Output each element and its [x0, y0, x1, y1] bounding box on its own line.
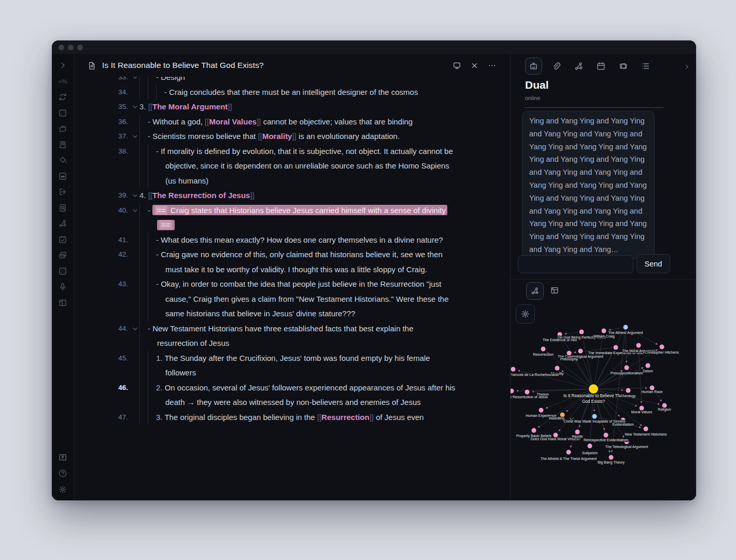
slides-icon[interactable]: [58, 250, 67, 260]
fold-chevron-icon[interactable]: [131, 321, 139, 351]
graph-view-icon[interactable]: [58, 219, 67, 228]
graph-center-label: Is It Reasonable to Believe ThatGod Exis…: [563, 394, 624, 404]
graph-node[interactable]: [609, 455, 614, 460]
svg-text:<%: <%: [59, 78, 67, 85]
editor-header: Is It Reasonable to Believe That God Exi…: [74, 54, 510, 77]
layout-sidebar-icon[interactable]: [58, 298, 67, 307]
assistant-status: online: [525, 95, 540, 101]
editor-line[interactable]: 45.1. The Sunday after the Crucifixion, …: [74, 351, 456, 381]
graph-tool-button[interactable]: [526, 282, 544, 300]
graph-node[interactable]: [578, 349, 583, 354]
graph-node[interactable]: [575, 430, 580, 435]
help-icon[interactable]: [58, 469, 67, 478]
indent-guide: [139, 247, 148, 277]
graph-node[interactable]: [579, 330, 584, 334]
editor-line[interactable]: 43.- Okay, in order to combat the idea t…: [74, 277, 456, 321]
editor-line[interactable]: 46.2. On occasion, several of Jesus' fol…: [74, 381, 456, 410]
graph-settings-button[interactable]: [516, 304, 535, 324]
editor-line[interactable]: 35.3. [[The Moral Argument]]: [74, 100, 456, 115]
paint-bucket-icon[interactable]: [58, 156, 67, 165]
graph-node[interactable]: [646, 363, 650, 368]
table-tool-button[interactable]: [550, 286, 559, 295]
send-button[interactable]: Send: [636, 254, 670, 273]
graph-node[interactable]: [614, 345, 618, 350]
settings-icon[interactable]: [58, 485, 67, 494]
wiki-link[interactable]: Morality: [262, 132, 292, 141]
graph-node[interactable]: [626, 388, 631, 393]
graph-node[interactable]: [644, 427, 648, 431]
fold-spacer: [131, 277, 139, 321]
editor-line[interactable]: 47.3. The original disciples began belie…: [74, 410, 456, 425]
graph-node[interactable]: [511, 389, 514, 394]
graph-node[interactable]: [511, 367, 516, 372]
app-window: <% Is It Reasonable to Believe That God …: [52, 40, 696, 500]
microphone-icon[interactable]: [58, 282, 67, 291]
graph-node[interactable]: [539, 408, 544, 413]
graph-node[interactable]: [589, 384, 598, 394]
wiki-link[interactable]: Moral Values: [209, 117, 257, 126]
editor-line[interactable]: 34.- Craig concludes that there must be …: [74, 85, 456, 100]
editor-line[interactable]: 44.- New Testament Historians have three…: [74, 321, 456, 351]
editor-line[interactable]: 37.- Scientists moreso believe that [[Mo…: [74, 129, 456, 144]
graph-node[interactable]: [604, 433, 608, 438]
fold-chevron-icon[interactable]: [131, 129, 139, 144]
close-note-icon[interactable]: [470, 61, 479, 70]
editor-line[interactable]: 40.- == Craig states that Historians bel…: [74, 203, 456, 233]
inbox-tray-icon[interactable]: [58, 140, 67, 149]
graph-node[interactable]: [588, 444, 592, 449]
random-note-icon[interactable]: [58, 108, 67, 118]
wiki-link[interactable]: The Resurrection of Jesus: [152, 191, 250, 200]
panel-tab-robot-icon[interactable]: [525, 58, 542, 75]
sync-icon[interactable]: [58, 92, 67, 102]
chevron-right-icon[interactable]: [58, 61, 67, 70]
cards-icon[interactable]: [58, 124, 67, 133]
panel-tab-bar: [525, 58, 654, 75]
calendar-check-icon[interactable]: [58, 235, 67, 244]
open-in-window-icon[interactable]: [452, 61, 461, 70]
chat-input[interactable]: [518, 255, 633, 273]
code-template-icon[interactable]: <%: [58, 77, 67, 86]
traffic-light-minimize[interactable]: [68, 45, 74, 50]
knowledge-graph[interactable]: The Existence of HellOn God Being Perfec…: [511, 321, 696, 473]
panel-tab-calendar-icon[interactable]: [593, 58, 609, 74]
editor-line[interactable]: 41.- What does this mean exactly? How do…: [74, 233, 456, 248]
fold-spacer: [131, 85, 139, 100]
graph-node[interactable]: [660, 345, 664, 349]
graph-node[interactable]: [602, 329, 606, 333]
graph-node[interactable]: [541, 347, 546, 352]
indent-guide: [148, 410, 156, 425]
traffic-light-zoom[interactable]: [77, 45, 83, 50]
graph-node[interactable]: [555, 366, 560, 371]
panel-tab-link-icon[interactable]: [548, 58, 564, 74]
graph-node-label: The Resurrection of Jesus: [511, 395, 548, 399]
graph-node[interactable]: [636, 343, 641, 348]
vault-icon[interactable]: [58, 453, 67, 462]
fold-chevron-icon[interactable]: [131, 188, 139, 203]
document-search-icon[interactable]: [58, 203, 67, 213]
panel-tab-list-icon[interactable]: [638, 58, 654, 74]
graph-node[interactable]: [624, 325, 628, 330]
editor-line[interactable]: 39.4. [[The Resurrection of Jesus]]: [74, 188, 456, 203]
graph-node[interactable]: [625, 366, 629, 370]
editor-line[interactable]: 42.- Craig gave no evidence of this, onl…: [74, 247, 456, 277]
graph-node[interactable]: [525, 390, 530, 395]
fold-chevron-icon[interactable]: [131, 203, 139, 233]
editor-line[interactable]: 38.- If morality is defined by evolution…: [74, 144, 456, 189]
sign-in-icon[interactable]: [58, 187, 67, 197]
dictionary-icon[interactable]: [58, 172, 67, 181]
graph-node[interactable]: [532, 428, 536, 433]
panel-tab-graph-view-icon[interactable]: [571, 58, 587, 74]
graph-node[interactable]: [567, 450, 571, 455]
traffic-light-close[interactable]: [59, 45, 64, 50]
dice-icon[interactable]: [58, 267, 67, 276]
editor-line[interactable]: 36.- Without a god, [[Moral Values]] can…: [74, 115, 456, 130]
line-number: 46.: [74, 381, 131, 410]
panel-tab-gallery-icon[interactable]: [615, 58, 631, 74]
fold-chevron-icon[interactable]: [131, 100, 139, 115]
line-text: - Without a god, [[Moral Values]] cannot…: [148, 115, 456, 130]
wiki-link[interactable]: Resurrection: [321, 413, 370, 422]
collapse-panel-icon[interactable]: [683, 63, 690, 71]
graph-node[interactable]: [592, 414, 597, 419]
more-options-icon[interactable]: [488, 61, 497, 70]
wiki-link[interactable]: The Moral Argument: [152, 102, 228, 111]
